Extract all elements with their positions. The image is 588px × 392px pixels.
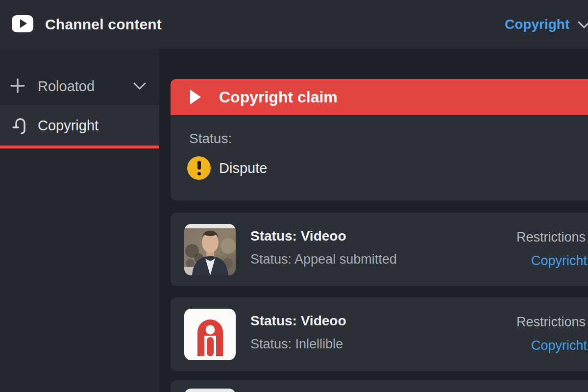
- copyright-icon: [12, 116, 28, 136]
- copyright-claim-banner[interactable]: Copyright claim: [171, 79, 588, 115]
- chevron-down-icon: [576, 16, 588, 33]
- copyright-claim-block: Copyright claim Status: Dispute: [171, 79, 588, 200]
- page-title: Channel content: [45, 0, 162, 49]
- claim-card[interactable]: [171, 380, 588, 392]
- chevron-down-icon: [133, 81, 147, 91]
- claim-card[interactable]: Status: Videoo Status: Inlellible Restri…: [171, 297, 588, 371]
- restriction-label: Restrictions: [516, 230, 586, 245]
- topbar: Channel content Copyright: [0, 0, 588, 49]
- sidebar-channel-row[interactable]: Roloatod: [0, 69, 159, 104]
- copyright-filter-dropdown[interactable]: Copyright: [505, 0, 588, 49]
- channel-content-page: Channel content Copyright Roloatod Co: [0, 0, 588, 392]
- play-icon: [190, 90, 201, 104]
- video-thumbnail-man-portrait[interactable]: [184, 224, 236, 275]
- claim-card-title: Status: Videoo: [250, 313, 346, 329]
- claim-card-subtitle: Status: Appeal submitted: [250, 252, 397, 267]
- status-label: Status:: [189, 131, 232, 147]
- video-thumbnail-light[interactable]: [184, 389, 236, 392]
- claim-card[interactable]: Status: Videoo Status: Appeal submitted …: [171, 213, 588, 286]
- restriction-label: Restrictions: [516, 315, 586, 330]
- claim-banner-title: Copyright claim: [219, 88, 338, 106]
- copyright-claim-link[interactable]: Copyricht claim: [531, 338, 588, 353]
- status-value: Dispute: [219, 160, 267, 176]
- claim-card-title: Status: Videoo: [250, 228, 346, 244]
- play-glyph: [20, 19, 27, 28]
- sidebar-copyright-label: Copyright: [38, 118, 98, 134]
- warning-icon: [187, 156, 211, 180]
- active-item-underline: [0, 146, 159, 148]
- copyright-filter-label: Copyright: [505, 17, 569, 32]
- claim-card-subtitle: Status: Inlellible: [250, 337, 343, 352]
- status-panel: Status: Dispute: [171, 115, 588, 200]
- sidebar-channel-label: Roloatod: [38, 78, 95, 95]
- video-thumbnail-red-arch-logo[interactable]: [184, 309, 236, 360]
- sidebar: Roloatod Copyright: [0, 49, 159, 392]
- plus-icon: [10, 78, 25, 94]
- youtube-logo-icon[interactable]: [12, 15, 33, 32]
- copyright-claim-link[interactable]: Copyricht claim: [531, 253, 588, 269]
- status-row: Dispute: [187, 156, 267, 180]
- sidebar-item-copyright[interactable]: Copyright: [0, 105, 159, 146]
